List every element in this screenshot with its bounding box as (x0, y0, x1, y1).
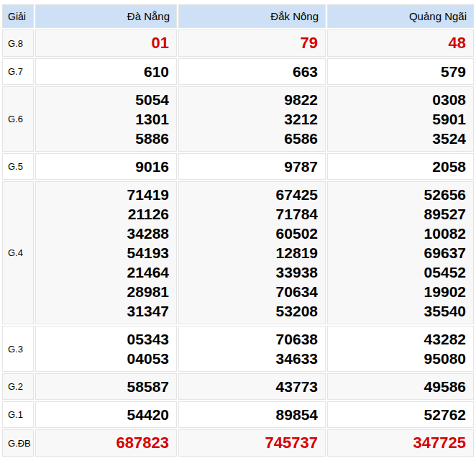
result-number: 12819 (186, 243, 318, 262)
result-number: 95080 (335, 349, 466, 368)
result-number: 05343 (43, 329, 169, 349)
result-number: 1301 (43, 109, 169, 129)
result-number: 53208 (186, 301, 318, 321)
column-header-da-nang: Đà Nẵng (35, 4, 177, 28)
table-row: G.ĐB687823745737347725 (2, 429, 474, 457)
result-number: 58587 (43, 377, 169, 396)
result-cell: 687823 (35, 429, 177, 457)
result-cell: 4328295080 (327, 326, 474, 372)
result-number: 663 (186, 62, 318, 81)
result-number: 54193 (43, 243, 169, 262)
result-number: 34633 (186, 349, 318, 368)
table-row: G.2585874377349586 (2, 373, 474, 400)
result-number: 9822 (186, 90, 318, 109)
result-cell: 01 (35, 29, 177, 57)
result-cell: 663 (178, 58, 326, 85)
result-number: 9787 (186, 157, 318, 176)
results-body: G.8017948G.7610663579G.65054130158869822… (2, 29, 474, 457)
result-cell: 67425717846050212819339387063453208 (178, 181, 326, 324)
result-number: 89854 (186, 405, 318, 424)
result-cell: 48 (327, 29, 474, 57)
result-number: 05452 (335, 262, 466, 282)
result-number: 71784 (186, 204, 318, 224)
result-cell: 71419211263428854193214642898131347 (35, 181, 177, 324)
result-number: 60502 (186, 224, 318, 243)
result-number: 54420 (43, 405, 169, 424)
result-number: 79 (186, 33, 318, 53)
column-header-quang-ngai: Quảng Ngãi (327, 4, 474, 28)
table-row: G.1544208985452762 (2, 401, 474, 428)
result-cell: 030859013524 (327, 86, 474, 152)
prize-label: G.4 (2, 181, 34, 324)
result-cell: 79 (178, 29, 326, 57)
result-number: 5901 (335, 109, 466, 129)
result-number: 48 (335, 33, 466, 53)
result-number: 6586 (186, 129, 318, 148)
prize-label: G.2 (2, 373, 34, 400)
result-number: 2058 (335, 157, 466, 176)
result-number: 34288 (43, 224, 169, 243)
prize-label: G.8 (2, 29, 34, 57)
result-cell: 58587 (35, 373, 177, 400)
result-number: 43773 (186, 377, 318, 396)
result-cell: 2058 (327, 153, 474, 180)
result-cell: 9016 (35, 153, 177, 180)
table-row: G.47141921126342885419321464289813134767… (2, 181, 474, 324)
prize-label: G.5 (2, 153, 34, 180)
prize-label: G.6 (2, 86, 34, 152)
result-number: 49586 (335, 377, 466, 396)
result-cell: 89854 (178, 401, 326, 428)
result-number: 19902 (335, 282, 466, 301)
result-number: 579 (335, 62, 466, 81)
result-number: 3212 (186, 109, 318, 129)
result-number: 67425 (186, 185, 318, 204)
result-cell: 54420 (35, 401, 177, 428)
result-cell: 7063834633 (178, 326, 326, 372)
result-cell: 610 (35, 58, 177, 85)
result-cell: 347725 (327, 429, 474, 457)
result-cell: 579 (327, 58, 474, 85)
table-row: G.8017948 (2, 29, 474, 57)
lottery-results-page: Giải Đà Nẵng Đắk Nông Quảng Ngãi G.80179… (0, 0, 476, 466)
table-header: Giải Đà Nẵng Đắk Nông Quảng Ngãi (2, 4, 474, 28)
result-number: 70638 (186, 329, 318, 349)
result-number: 89527 (335, 204, 466, 224)
result-cell: 52656895271008269637054521990235540 (327, 181, 474, 324)
result-number: 5054 (43, 90, 169, 109)
result-number: 5886 (43, 129, 169, 148)
result-number: 21464 (43, 262, 169, 282)
result-number: 71419 (43, 185, 169, 204)
result-number: 35540 (335, 301, 466, 321)
result-number: 70634 (186, 282, 318, 301)
column-header-dak-nong: Đắk Nông (178, 4, 326, 28)
result-number: 10082 (335, 224, 466, 243)
result-cell: 49586 (327, 373, 474, 400)
lottery-results-table: Giải Đà Nẵng Đắk Nông Quảng Ngãi G.80179… (1, 3, 475, 458)
result-number: 745737 (186, 433, 318, 453)
prize-label: G.3 (2, 326, 34, 372)
result-cell: 43773 (178, 373, 326, 400)
header-row: Giải Đà Nẵng Đắk Nông Quảng Ngãi (2, 4, 474, 28)
prize-label: G.1 (2, 401, 34, 428)
table-row: G.3053430405370638346334328295080 (2, 326, 474, 372)
result-cell: 52762 (327, 401, 474, 428)
result-number: 687823 (43, 433, 169, 453)
result-number: 01 (43, 33, 169, 53)
result-number: 610 (43, 62, 169, 81)
prize-label: G.ĐB (2, 429, 34, 457)
result-number: 04053 (43, 349, 169, 368)
result-number: 28981 (43, 282, 169, 301)
result-cell: 9787 (178, 153, 326, 180)
result-number: 347725 (335, 433, 466, 453)
result-number: 0308 (335, 90, 466, 109)
result-cell: 982232126586 (178, 86, 326, 152)
result-number: 9016 (43, 157, 169, 176)
result-number: 52762 (335, 405, 466, 424)
prize-label: G.7 (2, 58, 34, 85)
result-cell: 505413015886 (35, 86, 177, 152)
table-row: G.6505413015886982232126586030859013524 (2, 86, 474, 152)
table-row: G.5901697872058 (2, 153, 474, 180)
table-row: G.7610663579 (2, 58, 474, 85)
result-number: 43282 (335, 329, 466, 349)
result-number: 31347 (43, 301, 169, 321)
